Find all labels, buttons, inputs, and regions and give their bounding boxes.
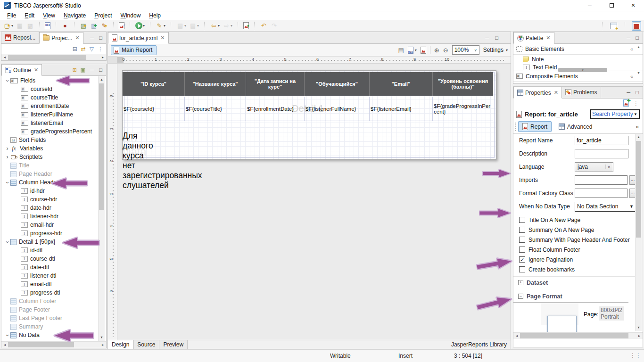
outline-vscrollbar[interactable]: ▴ ▾: [98, 76, 105, 341]
scroll-up-icon[interactable]: ▴: [636, 134, 642, 140]
outline-node-progress-dtl[interactable]: Iprogress-dtl: [1, 288, 99, 297]
outline-node-column-header[interactable]: ›Column Header: [1, 178, 99, 187]
scroll-left-icon[interactable]: ◂: [513, 333, 520, 339]
header-cell-3[interactable]: "Обучающийся": [305, 72, 370, 96]
imports-input[interactable]: [575, 175, 627, 185]
zoom-out-icon[interactable]: ⊖: [443, 47, 448, 54]
section-page-format[interactable]: − Page Format: [513, 290, 628, 303]
jaspersoft-perspective-button[interactable]: [632, 21, 641, 31]
properties-hscrollbar[interactable]: ◂ ▸: [513, 332, 643, 339]
filter-icon[interactable]: ▽: [90, 46, 94, 52]
close-tab-icon[interactable]: ✕: [160, 35, 165, 41]
language-select[interactable]: java ∨: [575, 162, 613, 172]
outline-node-listener-hdr[interactable]: Ilistener-hdr: [1, 212, 99, 221]
detail-field-cell-5[interactable]: $F{gradeProgressInPercent}: [433, 97, 493, 121]
close-tab-icon[interactable]: ✕: [554, 90, 558, 96]
detail-field-cell-0[interactable]: $F{courseId}: [123, 97, 185, 121]
tab-repository-explorer[interactable]: Reposi...: [1, 32, 39, 43]
checkbox-row-ignore-pagination[interactable]: ✓Ignore Pagination: [513, 255, 636, 264]
maximize-view-icon[interactable]: □: [99, 34, 102, 41]
minimize-view-icon[interactable]: ─: [627, 34, 630, 41]
datasource-010-button[interactable]: [44, 21, 51, 31]
scrollbar-thumb[interactable]: [8, 55, 86, 60]
menu-view[interactable]: View: [39, 12, 59, 19]
outline-node-fields[interactable]: ›#Fields: [1, 76, 99, 85]
when-no-data-type-select[interactable]: No Data Section ▼: [575, 202, 636, 212]
zoom-level-combo[interactable]: 100%∨: [452, 45, 479, 55]
page-size-value[interactable]: 800x842Portrait: [599, 306, 624, 321]
outline-node-date-hdr[interactable]: Idate-hdr: [1, 204, 99, 212]
outline-node-title[interactable]: Title: [1, 161, 99, 170]
menu-project[interactable]: Project: [90, 12, 116, 19]
outline-node-sort-fields[interactable]: azSort Fields: [1, 136, 99, 144]
outline-node-email-hdr[interactable]: Iemail-hdr: [1, 221, 99, 229]
menu-help[interactable]: Help: [145, 12, 165, 19]
view-menu-icon[interactable]: ⋮: [633, 100, 639, 107]
outline-node-scriptlets[interactable]: ›Scriptlets: [1, 153, 99, 161]
outline-node-no-data[interactable]: ›No Data: [1, 331, 99, 339]
open-perspective-button[interactable]: [609, 22, 618, 30]
checkbox-float-column-footer[interactable]: [519, 247, 525, 253]
tree-mode-icon[interactable]: ⊞: [73, 66, 77, 73]
style-pen-button[interactable]: ✎▾: [155, 21, 166, 31]
maximize-button[interactable]: [601, 0, 622, 11]
view-menu-icon[interactable]: ⋮: [98, 46, 103, 52]
more-tabs-chevron[interactable]: »: [636, 123, 643, 130]
subtab-advanced[interactable]: Advanced: [554, 122, 596, 132]
detail-band[interactable]: Detail 1 $F{courseId}$F{courseTitle}$F{e…: [123, 97, 493, 121]
outline-node-coursetitle[interactable]: #courseTitle: [1, 93, 99, 102]
menu-edit[interactable]: Edit: [20, 12, 39, 19]
dropdown-arrow-icon[interactable]: ▾: [164, 24, 165, 28]
header-cell-5[interactable]: "Уровень освоения (баллы)": [433, 72, 493, 96]
palette-section-composite-elements[interactable]: # Composite Elements «: [513, 71, 643, 82]
checkbox-summary-with-page-header-and-footer[interactable]: [519, 237, 525, 243]
link-with-editor-icon[interactable]: ⇄: [81, 46, 86, 52]
undo-button[interactable]: ↶: [259, 21, 268, 31]
checkbox-ignore-pagination[interactable]: ✓: [519, 256, 525, 263]
pin-editor-button[interactable]: ●: [242, 21, 250, 31]
scrollbar-thumb[interactable]: [520, 333, 628, 338]
pin-icon[interactable]: «: [630, 46, 633, 52]
maximize-view-icon[interactable]: □: [636, 89, 639, 96]
checkbox-row-title-on-a-new-page[interactable]: Title On A New Page: [513, 215, 636, 225]
editor-mode-tab-source[interactable]: Source: [133, 340, 159, 349]
description-input[interactable]: [575, 149, 628, 158]
breadcrumb-main-report[interactable]: Main Report: [111, 45, 157, 55]
maximize-view-icon[interactable]: □: [99, 66, 102, 73]
outline-node-summary[interactable]: Summary: [1, 322, 99, 331]
maximize-editor-icon[interactable]: □: [495, 34, 498, 41]
checkbox-create-bookmarks[interactable]: [519, 266, 525, 272]
new-wizard-button[interactable]: ▢★▾: [2, 21, 14, 31]
expander-icon[interactable]: ›: [4, 78, 10, 84]
checkbox-title-on-a-new-page[interactable]: [519, 217, 525, 223]
dropdown-arrow-icon[interactable]: ▾: [184, 24, 186, 28]
expander-icon[interactable]: ›: [4, 146, 10, 152]
scroll-up-icon[interactable]: ▴: [636, 45, 642, 49]
properties-vscrollbar[interactable]: ▴ ▾: [635, 134, 642, 331]
search-property-combo[interactable]: Search Property ▼: [590, 109, 640, 119]
thumbnail-mode-icon[interactable]: ▣: [81, 66, 85, 73]
drag-handle[interactable]: [515, 122, 516, 131]
close-tab-icon[interactable]: ✕: [34, 67, 38, 73]
debug-bug-button[interactable]: ●: [60, 21, 70, 31]
expander-icon[interactable]: ›: [4, 332, 10, 338]
close-tab-icon[interactable]: ✕: [75, 35, 79, 41]
tab-palette[interactable]: Palette ✕: [513, 32, 554, 44]
editor-mode-tab-design[interactable]: Design: [108, 340, 133, 349]
menu-navigate[interactable]: Navigate: [59, 12, 90, 19]
outline-node-date-dtl[interactable]: Idate-dtl: [1, 263, 99, 272]
outline-node-gradeprogressinpercent[interactable]: #gradeProgressInPercent: [1, 127, 99, 136]
explorer-hscrollbar[interactable]: ◂ ▸: [1, 54, 106, 60]
outline-node-listener-dtl[interactable]: Ilistener-dtl: [1, 272, 99, 280]
outline-node-page-header[interactable]: Page Header: [1, 170, 99, 178]
close-button[interactable]: ✕: [622, 0, 644, 11]
scroll-down-icon[interactable]: ▾: [636, 324, 642, 331]
scrollbar-thumb[interactable]: [8, 342, 74, 347]
checkbox-row-summary-with-page-header-and-footer[interactable]: Summary With Page Header And Footer: [513, 235, 636, 245]
outline-node-page-footer[interactable]: Page Footer: [1, 305, 99, 314]
design-canvas[interactable]: 0123456 "ID курса""Название курса""Дата …: [108, 64, 511, 341]
scroll-right-icon[interactable]: ▸: [99, 54, 106, 60]
header-cell-4[interactable]: "Email": [370, 72, 433, 96]
dropdown-arrow-icon[interactable]: ▾: [231, 24, 232, 28]
editor-mode-tab-preview[interactable]: Preview: [159, 340, 188, 349]
